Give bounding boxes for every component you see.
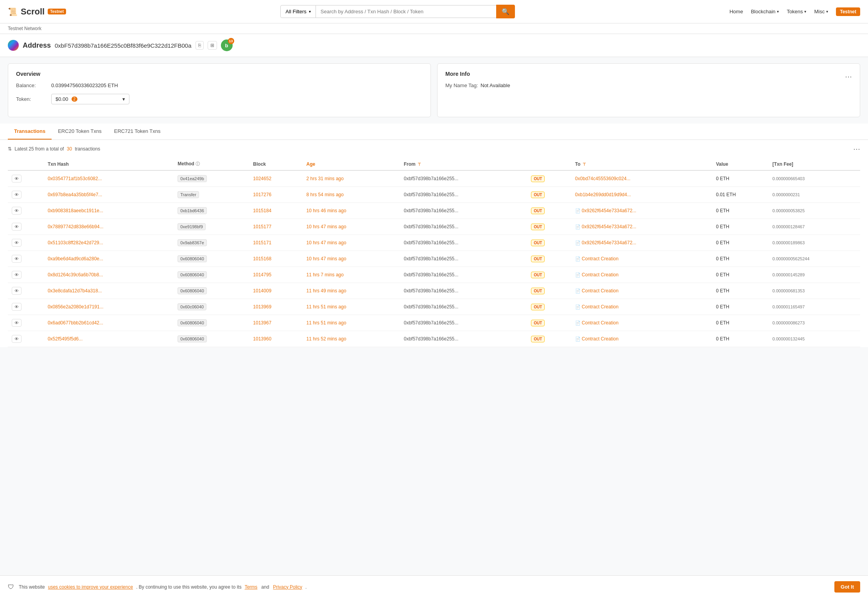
fee-text: 0.000001165497 (773, 304, 805, 309)
age-cell: 8 hrs 54 mins ago (303, 187, 400, 203)
value-cell: 0.01 ETH (712, 187, 768, 203)
tx-hash-link[interactable]: 0x8d1264c39c6a6b70b8... (48, 272, 103, 278)
copy-button[interactable]: ⎘ (195, 41, 204, 50)
to-link[interactable]: Contract Creation (582, 336, 619, 342)
block-link[interactable]: 1014795 (253, 272, 271, 278)
block-link[interactable]: 1017276 (253, 192, 271, 197)
table-row: 👁 0x0354771af1b53c6082... 0x41ea249b 102… (8, 170, 860, 187)
eye-button[interactable]: 👁 (12, 335, 22, 343)
nav-misc[interactable]: Misc ▾ (814, 9, 828, 14)
overview-title: Overview (16, 71, 423, 77)
block-link[interactable]: 1013967 (253, 320, 271, 326)
to-link[interactable]: 0x9262f6454e7334a672... (582, 208, 636, 213)
tab-transactions[interactable]: Transactions (8, 124, 52, 140)
hash-cell: 0x3e8cdafa12d7b4a318... (44, 283, 174, 299)
value-text: 0 ETH (716, 336, 729, 342)
to-link[interactable]: 0xb1b4e269dd0d19d9d4... (575, 192, 631, 197)
to-link[interactable]: 0x9262f6454e7334a672... (582, 240, 636, 245)
block-link[interactable]: 1013969 (253, 304, 271, 310)
eye-button[interactable]: 👁 (12, 223, 22, 231)
name-tag-label: My Name Tag: (445, 82, 481, 88)
block-link[interactable]: 1015184 (253, 208, 271, 213)
search-input[interactable] (316, 5, 497, 18)
th-from: From ⊤ (400, 158, 527, 170)
th-block: Block (249, 158, 302, 170)
method-badge: 0xe9198bf9 (178, 223, 206, 230)
tx-hash-link[interactable]: 0x0354771af1b53c6082... (48, 176, 102, 181)
direction-badge: OUT (531, 288, 545, 294)
table-options-button[interactable]: ⋯ (853, 145, 860, 153)
nav-blockchain[interactable]: Blockchain ▾ (751, 9, 779, 14)
direction-cell: OUT (527, 315, 571, 331)
tab-erc721[interactable]: ERC721 Token Txns (108, 124, 167, 140)
hash-cell: 0xa9be6d4ad9cd6a280e... (44, 251, 174, 267)
block-link[interactable]: 1014009 (253, 288, 271, 294)
to-link[interactable]: Contract Creation (582, 320, 619, 326)
to-filter-icon[interactable]: ⊤ (583, 162, 586, 167)
eye-button[interactable]: 👁 (12, 255, 22, 263)
nav-right: Home Blockchain ▾ Tokens ▾ Misc ▾ Testne… (730, 7, 860, 16)
direction-cell: OUT (527, 187, 571, 203)
block-link[interactable]: 1013960 (253, 336, 271, 342)
tx-hash-link[interactable]: 0xb9083818aeebc1911e... (48, 208, 103, 213)
eye-button[interactable]: 👁 (12, 191, 22, 199)
eye-button[interactable]: 👁 (12, 271, 22, 279)
tab-erc20[interactable]: ERC20 Token Txns (52, 124, 108, 140)
direction-cell: OUT (527, 283, 571, 299)
nav-tokens[interactable]: Tokens ▾ (787, 9, 806, 14)
fee-cell: 0.0000000231 (769, 187, 861, 203)
block-cell: 1024652 (249, 170, 302, 187)
eye-button[interactable]: 👁 (12, 319, 22, 327)
chevron-down-icon: ▾ (804, 9, 806, 14)
to-link[interactable]: 0x9262f6454e7334a672... (582, 224, 636, 229)
tx-hash-link[interactable]: 0xa9be6d4ad9cd6a280e... (48, 256, 103, 261)
block-link[interactable]: 1024652 (253, 176, 271, 181)
more-options-button[interactable]: ⋯ (845, 72, 852, 81)
eye-button[interactable]: 👁 (12, 175, 22, 183)
token-selector[interactable]: $0.00 2 ▾ (51, 94, 129, 104)
to-link[interactable]: Contract Creation (582, 272, 619, 278)
tx-hash-link[interactable]: 0x6ad0677bbb2b61cd42... (48, 320, 103, 326)
direction-badge: OUT (531, 272, 545, 278)
eye-button[interactable]: 👁 (12, 287, 22, 295)
tx-hash-link[interactable]: 0x52f5495f5d6... (48, 336, 82, 342)
chevron-down-icon: ▾ (826, 9, 828, 14)
block-cell: 1015168 (249, 251, 302, 267)
to-link[interactable]: Contract Creation (582, 288, 619, 294)
direction-cell: OUT (527, 331, 571, 347)
tx-hash-link[interactable]: 0x3e8cdafa12d7b4a318... (48, 288, 102, 294)
method-cell: 0x60806040 (174, 331, 249, 347)
fee-cell: 0.000000132445 (769, 331, 861, 347)
address-value: 0xbF57d398b7a166E255c0Bf83f6e9C322d12FB0… (55, 42, 191, 49)
tx-hash-link[interactable]: 0x78897742d838e66b94... (48, 224, 104, 229)
th-fee: [Txn Fee] (769, 158, 861, 170)
eye-button[interactable]: 👁 (12, 303, 22, 311)
info-icon: ⓘ (195, 161, 200, 166)
badge-button[interactable]: b 13 (221, 39, 233, 51)
block-link[interactable]: 1015177 (253, 224, 271, 229)
to-link[interactable]: Contract Creation (582, 256, 619, 261)
eye-button[interactable]: 👁 (12, 207, 22, 215)
block-link[interactable]: 1015171 (253, 240, 271, 245)
from-filter-icon[interactable]: ⊤ (418, 162, 421, 167)
nav-home[interactable]: Home (730, 9, 743, 14)
value-text: 0 ETH (716, 256, 729, 261)
to-cell: 📄Contract Creation (571, 315, 712, 331)
balance-label: Balance: (16, 82, 51, 88)
to-cell: 📄Contract Creation (571, 251, 712, 267)
grid-button[interactable]: ⊞ (208, 41, 217, 50)
to-link[interactable]: 0x0bd74c45553609c024... (575, 176, 630, 181)
eye-button[interactable]: 👁 (12, 239, 22, 247)
search-button[interactable]: 🔍 (496, 5, 515, 18)
tx-hash-link[interactable]: 0x0856e2a2080e1d7191... (48, 304, 104, 310)
block-link[interactable]: 1015168 (253, 256, 271, 261)
direction-badge: OUT (531, 208, 545, 214)
from-address: 0xbf57d398b7a166e255... (404, 176, 458, 181)
tx-hash-link[interactable]: 0x51103c8ff282e42d729... (48, 240, 103, 245)
filter-button[interactable]: All Filters ▾ (280, 5, 316, 18)
tx-hash-link[interactable]: 0x697b8ea4a35bb5f4e7... (48, 192, 102, 197)
to-link[interactable]: Contract Creation (582, 304, 619, 310)
total-count-link[interactable]: 30 (67, 146, 72, 152)
value-cell: 0 ETH (712, 235, 768, 251)
direction-badge: OUT (531, 256, 545, 262)
